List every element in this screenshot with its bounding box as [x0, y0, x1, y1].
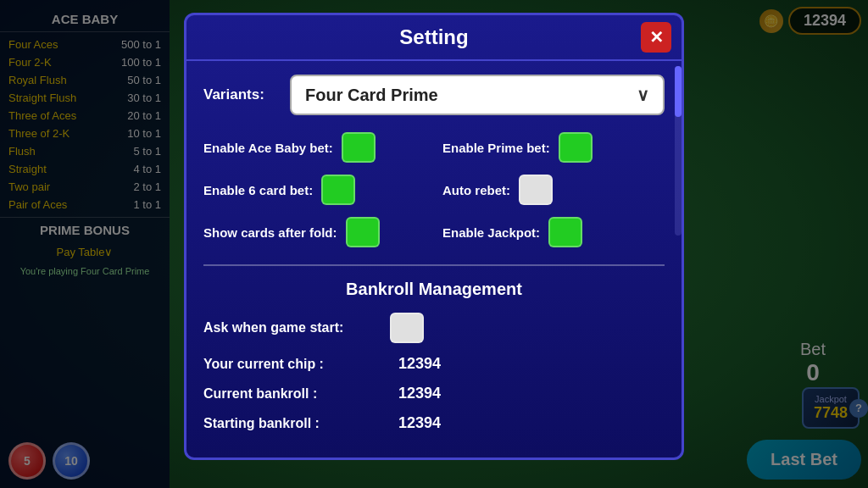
modal-header: Setting ✕ — [186, 15, 682, 61]
variants-label: Variants: — [203, 86, 280, 103]
toggle-ace-baby-bet: Enable Ace Baby bet: — [203, 132, 426, 163]
settings-modal: Setting ✕ Variants: Four Card Prime ∨ En… — [184, 13, 684, 460]
toggle-prime-bet: Enable Prime bet: — [442, 132, 665, 163]
toggle-auto-rebet: Auto rebet: — [442, 175, 665, 205]
toggle-prime-bet-label: Enable Prime bet: — [442, 141, 550, 155]
current-bankroll-label: Current bankroll : — [203, 386, 390, 402]
variants-dropdown[interactable]: Four Card Prime ∨ — [290, 75, 665, 115]
toggle-auto-rebet-label: Auto rebet: — [442, 183, 510, 197]
modal-close-button[interactable]: ✕ — [641, 22, 671, 53]
current-chip-row: Your current chip : 12394 — [203, 355, 665, 373]
starting-bankroll-row: Starting bankroll : 12394 — [203, 414, 665, 432]
ask-when-start-row: Ask when game start: — [203, 313, 665, 343]
modal-body: Variants: Four Card Prime ∨ Enable Ace B… — [186, 61, 682, 458]
variants-selected-value: Four Card Prime — [305, 86, 438, 105]
six-card-bet-toggle[interactable] — [321, 175, 355, 205]
modal-overlay: Setting ✕ Variants: Four Card Prime ∨ En… — [0, 0, 868, 488]
chevron-down-icon: ∨ — [637, 85, 649, 105]
starting-bankroll-label: Starting bankroll : — [203, 416, 390, 431]
toggle-ace-baby-bet-label: Enable Ace Baby bet: — [203, 141, 333, 155]
current-bankroll-row: Current bankroll : 12394 — [203, 385, 665, 402]
ace-baby-bet-toggle[interactable] — [342, 132, 376, 163]
scrollbar[interactable] — [675, 66, 682, 236]
ask-when-start-toggle[interactable] — [390, 313, 424, 343]
bankroll-title: Bankroll Management — [203, 280, 665, 299]
toggle-six-card-bet-label: Enable 6 card bet: — [203, 183, 313, 197]
modal-title: Setting — [399, 25, 468, 48]
toggle-show-cards-label: Show cards after fold: — [203, 225, 337, 240]
prime-bet-toggle[interactable] — [559, 132, 593, 163]
scrollbar-thumb[interactable] — [675, 66, 682, 117]
toggle-jackpot-label: Enable Jackpot: — [442, 225, 540, 240]
variants-row: Variants: Four Card Prime ∨ — [203, 75, 665, 115]
starting-bankroll-value: 12394 — [398, 414, 441, 432]
toggle-six-card-bet: Enable 6 card bet: — [203, 175, 426, 205]
jackpot-toggle[interactable] — [548, 217, 582, 247]
current-chip-label: Your current chip : — [203, 357, 390, 372]
ask-when-start-label: Ask when game start: — [203, 320, 390, 336]
toggle-show-cards: Show cards after fold: — [203, 217, 426, 247]
auto-rebet-toggle[interactable] — [519, 175, 553, 205]
divider — [203, 264, 665, 266]
show-cards-toggle[interactable] — [346, 217, 380, 247]
toggle-jackpot: Enable Jackpot: — [442, 217, 665, 247]
current-bankroll-value: 12394 — [398, 385, 441, 402]
current-chip-value: 12394 — [398, 355, 441, 373]
toggle-grid: Enable Ace Baby bet: Enable Prime bet: E… — [203, 132, 665, 247]
